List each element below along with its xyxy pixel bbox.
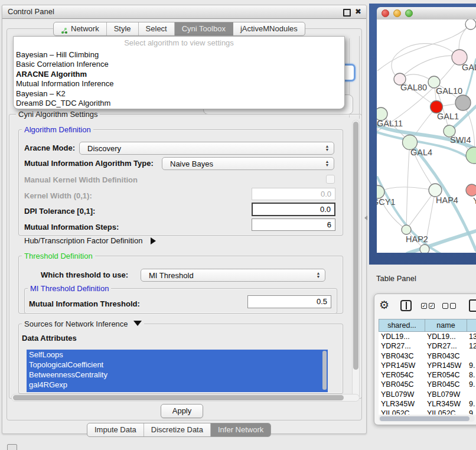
settings-vertical-scrollbar-thumb[interactable] <box>353 122 358 370</box>
table-cell[interactable]: 9. <box>467 380 476 389</box>
table-row[interactable]: YDR27...YDR27...12 <box>379 341 476 351</box>
table-horizontal-scrollbar-thumb[interactable] <box>380 416 470 421</box>
algorithm-list-item[interactable]: Dream8 DC_TDC Algorithm <box>16 99 342 108</box>
attribute-list-item[interactable]: TopologicalCoefficient <box>27 360 328 370</box>
dpi-tolerance-field[interactable]: 0.0 <box>252 203 335 216</box>
column-header-shared-[interactable]: shared... <box>379 319 425 332</box>
sources-title[interactable]: Sources for Network Inference <box>22 319 144 328</box>
minimized-panel-icon[interactable] <box>7 444 17 450</box>
stepper-arrows-icon[interactable]: ▲▼ <box>322 145 334 152</box>
table-row[interactable]: YBR043CYBR043C <box>379 351 476 361</box>
table-cell[interactable]: YER054C <box>379 370 425 380</box>
table-cell[interactable]: YBR045C <box>379 380 425 389</box>
table-cell[interactable]: YLR345W <box>425 399 467 409</box>
table-cell[interactable]: YBR045C <box>425 380 467 389</box>
table-cell[interactable]: YDR27... <box>379 341 425 351</box>
mi-threshold-field[interactable]: 0.5 <box>247 295 331 308</box>
mi-algorithm-type-combobox[interactable]: Naive Bayes ▲▼ <box>162 157 334 170</box>
table-cell[interactable]: YBL079W <box>379 390 425 399</box>
table-row[interactable]: YPR145WYPR145W9. <box>379 361 476 370</box>
table-horizontal-scrollbar[interactable] <box>379 415 475 422</box>
panel-divider-collapse-arrow[interactable] <box>364 216 367 220</box>
list-scrollbar-thumb[interactable] <box>322 351 327 390</box>
expander-expanded-icon[interactable] <box>133 321 142 326</box>
column-layout-icon[interactable] <box>400 300 412 311</box>
select-all-columns-icon[interactable]: ✓ ✓ <box>421 303 435 309</box>
column-header-a[interactable]: A <box>467 319 476 332</box>
table-row[interactable]: YLR345WYLR345W9. <box>379 399 476 409</box>
expander-collapsed-icon[interactable] <box>151 237 156 244</box>
data-attributes-list[interactable]: SelfLoopsTopologicalCoefficientBetweenne… <box>27 350 328 392</box>
stepper-arrows-icon[interactable]: ▲▼ <box>313 272 325 279</box>
column-header-name[interactable]: name <box>425 319 467 332</box>
network-node-gray-node[interactable] <box>455 95 471 110</box>
table-cell[interactable]: YDL19... <box>425 332 467 341</box>
network-node-node-top[interactable] <box>465 19 476 30</box>
network-node-node-bottom[interactable] <box>420 244 429 253</box>
deselect-all-columns-icon[interactable] <box>442 303 456 309</box>
algorithm-list-item[interactable]: ARACNE Algorithm <box>16 70 342 79</box>
hub-tf-definition-expander[interactable]: Hub/Transcription Factor Definition <box>24 236 156 245</box>
settings-gear-icon[interactable]: ⚙ <box>379 299 389 312</box>
settings-horizontal-scrollbar-thumb[interactable] <box>13 395 344 400</box>
network-canvas[interactable]: GALGAL80GAL10GAL1GAL11GAL4SWI4GCY1HAP4YH… <box>377 19 476 253</box>
network-node-hap2[interactable] <box>402 225 411 234</box>
stepper-arrows-icon[interactable]: ▲▼ <box>322 160 334 167</box>
table-cell[interactable] <box>467 351 476 361</box>
network-edge[interactable] <box>406 142 410 230</box>
tab-impute-data[interactable]: Impute Data <box>87 423 144 436</box>
table-row[interactable]: YIL052CYIL052C9. <box>379 409 476 415</box>
tab-network[interactable]: Network <box>54 22 107 35</box>
mi-steps-field[interactable]: 6 <box>252 219 335 231</box>
tab-discretize-data[interactable]: Discretize Data <box>144 423 211 436</box>
table-cell[interactable]: YDL19... <box>379 332 425 341</box>
apply-button[interactable]: Apply <box>161 404 203 418</box>
tab-infer-network[interactable]: Infer Network <box>211 423 270 436</box>
table-cell[interactable] <box>467 390 476 399</box>
table-cell[interactable]: 13 <box>467 332 476 341</box>
tab-cyni-toolbox[interactable]: Cyni Toolbox <box>175 22 233 35</box>
zoom-traffic-light[interactable] <box>405 9 413 17</box>
table-cell[interactable]: 12 <box>467 341 476 351</box>
network-node-big-right[interactable] <box>466 147 476 164</box>
table-row[interactable]: YER054CYER054C8. <box>379 370 476 380</box>
algorithm-list-item[interactable]: Bayesian – K2 <box>16 89 342 99</box>
float-window-icon[interactable] <box>343 9 351 17</box>
tab-jactivemnodules[interactable]: jActiveMNodules <box>233 22 305 35</box>
which-threshold-combobox[interactable]: MI Threshold ▲▼ <box>141 269 325 282</box>
tab-style[interactable]: Style <box>107 22 139 35</box>
table-row[interactable]: YBL079WYBL079W <box>379 390 476 399</box>
algorithm-list-item[interactable]: Mutual Information Inference <box>16 79 342 89</box>
algorithm-list-item[interactable]: Basic Correlation Inference <box>16 60 342 69</box>
manual-kernel-width-checkbox[interactable] <box>326 175 335 184</box>
tab-select[interactable]: Select <box>139 22 175 35</box>
network-edge[interactable] <box>400 56 459 79</box>
table-cell[interactable]: YLR345W <box>379 399 425 409</box>
table-cell[interactable]: YPR145W <box>379 361 425 370</box>
attribute-list-item[interactable]: BetweennessCentrality <box>27 370 328 380</box>
attribute-list-item[interactable]: SelfLoops <box>27 350 328 360</box>
table-mode-icon[interactable] <box>469 299 476 312</box>
attribute-list-item[interactable]: gal4RGexp <box>27 380 328 390</box>
table-cell[interactable]: YBR043C <box>379 351 425 361</box>
network-edge[interactable] <box>406 190 435 230</box>
network-edge[interactable] <box>378 187 435 192</box>
table-cell[interactable]: YBR043C <box>425 351 467 361</box>
table-cell[interactable]: YIL052C <box>379 409 425 415</box>
minimize-traffic-light[interactable] <box>393 9 401 17</box>
network-node-hap4[interactable] <box>429 184 442 197</box>
network-window-titlebar[interactable] <box>377 7 476 20</box>
kernel-width-field[interactable]: 0.0 <box>252 188 335 200</box>
table-cell[interactable]: YDR27... <box>425 341 467 351</box>
table-cell[interactable]: 9. <box>467 361 476 370</box>
table-cell[interactable]: YBL079W <box>425 390 467 399</box>
table-cell[interactable]: 9. <box>467 409 476 415</box>
control-panel-titlebar[interactable]: Control Panel ✖ <box>2 5 366 19</box>
table-cell[interactable]: 9. <box>467 399 476 409</box>
close-icon[interactable]: ✖ <box>355 6 361 17</box>
aracne-mode-combobox[interactable]: Discovery ▲▼ <box>79 142 334 155</box>
table-cell[interactable]: YER054C <box>425 370 467 380</box>
table-row[interactable]: YBR045CYBR045C9. <box>379 380 476 389</box>
network-node-salmon-node[interactable] <box>466 184 476 196</box>
table-cell[interactable]: 8. <box>467 370 476 380</box>
